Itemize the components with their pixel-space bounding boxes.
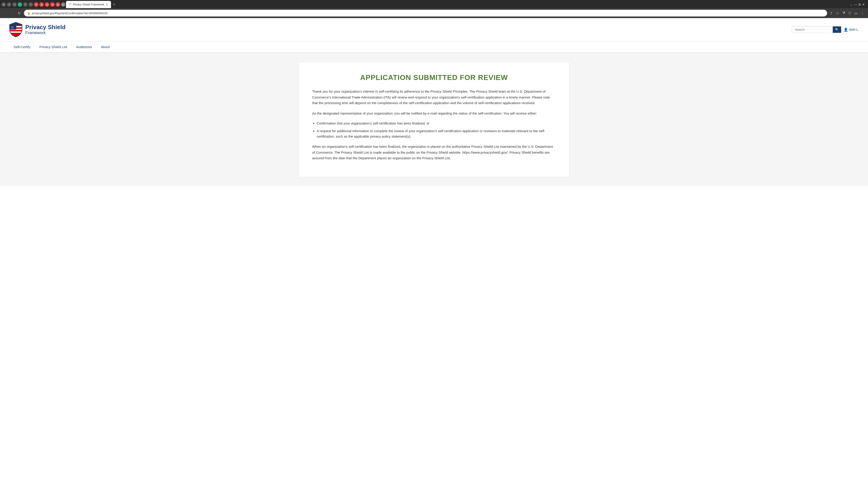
- tab-icon-2[interactable]: ↺: [7, 2, 11, 7]
- search-button[interactable]: 🔍: [833, 26, 841, 33]
- sidebar-button[interactable]: ▭: [853, 11, 859, 16]
- address-bar: ‹ › ↻ 🔒 privacyshield.gov/PaymentConfirm…: [0, 8, 868, 18]
- restore-button[interactable]: ⧉: [859, 3, 861, 6]
- tab-list-button[interactable]: ⌄: [850, 3, 852, 6]
- reload-button[interactable]: ↻: [16, 10, 22, 16]
- main-content: APPLICATION SUBMITTED FOR REVIEW Thank y…: [0, 53, 868, 186]
- nav-item-audiences[interactable]: Audiences: [72, 41, 96, 53]
- nav-item-about[interactable]: About: [96, 41, 114, 53]
- tab-icon-4[interactable]: ✓: [18, 2, 22, 7]
- bullet-item-1: Confirmation that your organization's se…: [317, 121, 556, 126]
- menu-button[interactable]: ⋮: [860, 11, 865, 16]
- search-box: 🔍: [792, 26, 841, 33]
- active-tab-title: Privacy Shield Framework: [73, 3, 104, 6]
- tab-icon-6[interactable]: P: [29, 2, 33, 7]
- content-card: APPLICATION SUBMITTED FOR REVIEW Thank y…: [298, 62, 569, 177]
- url-text: privacyshield.gov/PaymentConfirmation?id…: [32, 11, 108, 15]
- secure-icon: 🔒: [27, 11, 31, 15]
- svg-rect-2: [10, 30, 22, 31]
- website: ★★★ ★★★ Privacy Shield Framework 🔍 👤 Set…: [0, 18, 868, 186]
- svg-text:★★★: ★★★: [11, 27, 14, 29]
- tab-icon-11[interactable]: ◈: [56, 2, 60, 7]
- tab-icon-7[interactable]: ◈: [34, 2, 38, 7]
- user-icon: 👤: [844, 28, 848, 32]
- paragraph-1: Thank you for your organization's intere…: [312, 89, 556, 106]
- nav-item-self-certify[interactable]: Self-Certify: [9, 41, 35, 53]
- page-title: APPLICATION SUBMITTED FOR REVIEW: [312, 73, 556, 82]
- tab-close-button[interactable]: ✕: [105, 3, 108, 6]
- tab-icon-9[interactable]: ◈: [45, 2, 49, 7]
- nav-item-privacy-shield-list[interactable]: Privacy Shield List: [35, 41, 72, 53]
- extension-button[interactable]: ⧩: [841, 11, 846, 15]
- user-label: Seth L.: [849, 28, 859, 31]
- new-tab-button[interactable]: +: [112, 2, 117, 7]
- url-box[interactable]: 🔒 privacyshield.gov/PaymentConfirmation?…: [24, 10, 827, 17]
- minimize-button[interactable]: —: [854, 3, 857, 6]
- nav-buttons: ‹ › ↻: [3, 10, 22, 16]
- paragraph-2: As the designated representative of your…: [312, 110, 556, 116]
- close-button[interactable]: ✕: [862, 3, 865, 6]
- site-header: ★★★ ★★★ Privacy Shield Framework 🔍 👤 Set…: [0, 18, 868, 41]
- site-nav: Self-Certify Privacy Shield List Audienc…: [0, 41, 868, 53]
- header-right: 🔍 👤 Seth L.: [792, 26, 859, 33]
- share-button[interactable]: ⇧: [829, 11, 834, 16]
- tab-icon-8[interactable]: ◈: [39, 2, 44, 7]
- tab-bar: ⊞ ↺ ↺ ✓ P P ◈ ◈ ◈ ◈ ◈ ◐ 🛡 Privacy Shield…: [0, 0, 868, 8]
- content-body: Thank you for your organization's intere…: [312, 89, 556, 161]
- search-input[interactable]: [792, 26, 833, 33]
- bullet-list: Confirmation that your organization's se…: [317, 121, 556, 139]
- logo-subtitle: Framework: [25, 31, 66, 35]
- tab-icons: ⊞ ↺ ↺ ✓ P P ◈ ◈ ◈ ◈ ◈ ◐: [1, 2, 66, 7]
- tab-icon-10[interactable]: ◈: [50, 2, 55, 7]
- paragraph-3: When an organization's self-certificatio…: [312, 144, 556, 161]
- tab-icon-12[interactable]: ◐: [61, 2, 66, 7]
- forward-button[interactable]: ›: [9, 10, 16, 16]
- bullet-item-2: A request for additional information to …: [317, 128, 556, 139]
- tab-icon-1[interactable]: ⊞: [1, 2, 6, 7]
- svg-rect-6: [10, 31, 22, 33]
- bookmark-button[interactable]: ☆: [835, 11, 840, 16]
- logo-shield-icon: ★★★ ★★★: [9, 22, 23, 37]
- browser-actions: ⇧ ☆ ⧩ ▽ ▭ ⋮: [829, 11, 865, 16]
- tab-icon-5[interactable]: P: [23, 2, 28, 7]
- active-tab[interactable]: 🛡 Privacy Shield Framework ✕: [66, 1, 111, 8]
- logo-title: Privacy Shield: [25, 24, 66, 31]
- tab-icon-3[interactable]: ↺: [12, 2, 17, 7]
- logo-area: ★★★ ★★★ Privacy Shield Framework: [9, 22, 66, 37]
- logo-text: Privacy Shield Framework: [25, 24, 66, 35]
- user-info[interactable]: 👤 Seth L.: [844, 28, 859, 32]
- active-tab-favicon: 🛡: [69, 3, 71, 6]
- back-button[interactable]: ‹: [3, 10, 8, 16]
- profile-button[interactable]: ▽: [847, 11, 852, 16]
- browser-chrome: ⊞ ↺ ↺ ✓ P P ◈ ◈ ◈ ◈ ◈ ◐ 🛡 Privacy Shield…: [0, 0, 868, 18]
